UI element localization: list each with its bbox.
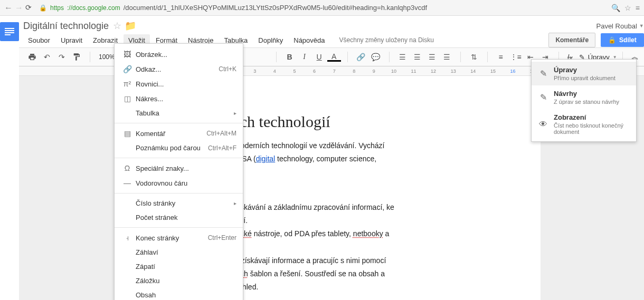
reload-icon[interactable]: ⟳ [25,3,32,13]
lock-icon: 🔒 [39,4,47,12]
insert-equation[interactable]: π²Rovnici... [115,76,243,91]
star-icon[interactable]: ☆ [624,4,631,12]
line-icon: — [121,179,134,187]
insert-menu-dropdown: 🖼Obrázek... 🔗Odkaz...Ctrl+K π²Rovnici...… [114,43,243,300]
insert-link-icon[interactable]: 🔗 [354,50,368,64]
url-bar[interactable]: 🔒 https://docs.google.com/document/d/1_1… [36,4,607,12]
user-name[interactable]: Pavel Roubal [596,22,637,30]
insert-bookmark[interactable]: Záložku [115,274,243,288]
insert-footer[interactable]: Zápatí [115,259,243,274]
line-spacing-icon[interactable]: ⇅ [467,50,481,64]
print-icon[interactable] [25,50,39,64]
insert-table[interactable]: Tabulka▸ [115,106,243,120]
pencil-icon: ✎ [538,66,548,81]
forward-icon[interactable]: → [15,3,23,13]
menu-doplnky[interactable]: Doplňky [253,34,288,46]
folder-icon[interactable]: 📁 [125,20,136,32]
insert-drawing[interactable]: ◫Nákres... [115,91,243,106]
share-button[interactable]: 🔒 Sdílet [601,33,644,47]
back-icon[interactable]: ← [4,3,13,13]
document-title[interactable]: Digitální technologie [23,21,109,32]
eye-icon: 👁 [538,113,548,135]
mode-editing[interactable]: ✎ ÚpravyPřímo upravit dokument [532,62,636,85]
omega-icon: Ω [121,164,134,172]
page-break-icon: ⫞ [121,234,134,242]
bold-icon[interactable]: B [283,50,297,64]
menu-soubor[interactable]: Soubor [23,34,55,46]
bulleted-list-icon[interactable]: ⋮≡ [509,50,523,64]
insert-footnote[interactable]: Poznámku pod čarouCtrl+Alt+F [115,141,243,155]
drawing-icon: ◫ [121,94,134,103]
insert-image[interactable]: 🖼Obrázek... [115,47,243,62]
menu-napoveda[interactable]: Nápověda [289,34,329,46]
comments-button[interactable]: Komentáře [548,33,595,47]
italic-icon[interactable]: I [298,50,311,64]
browser-chrome: ← → ⟳ 🔒 https://docs.google.com/document… [0,0,644,16]
share-label: Sdílet [619,36,637,44]
url-host: ://docs.google.com [67,4,120,12]
insert-comment[interactable]: ▤KomentářCtrl+Alt+M [115,126,243,141]
redo-icon[interactable]: ↷ [55,50,69,64]
mode-viewing[interactable]: 👁 ZobrazeníČíst nebo tisknout konečný do… [532,109,636,139]
underline-icon[interactable]: U [312,50,326,64]
url-path: /document/d/1_1hlUXeSHQYPoMlMLuz13LYttSz… [124,4,427,12]
equation-icon: π² [121,80,134,88]
align-justify-icon[interactable]: ☰ [440,50,454,64]
insert-page-break[interactable]: ⫞Konec stránkyCtrl+Enter [115,230,243,245]
align-center-icon[interactable]: ☰ [411,50,424,64]
insert-horizontal-line[interactable]: —Vodorovnou čáru [115,176,243,190]
mode-suggesting[interactable]: ✎ NávrhyZ úprav se stanou návrhy [532,85,636,109]
search-icon[interactable]: 🔍 [611,4,620,12]
insert-comment-icon[interactable]: 💬 [369,50,383,64]
menu-icon[interactable]: ≡ [636,4,640,12]
numbered-list-icon[interactable]: ≡ [494,50,508,64]
suggest-icon: ✎ [538,90,548,105]
link-icon: 🔗 [121,65,134,73]
insert-toc[interactable]: Obsah [115,288,243,300]
insert-page-count[interactable]: Počet stránek [115,210,243,225]
align-right-icon[interactable]: ☰ [425,50,439,64]
star-doc-icon[interactable]: ☆ [113,20,121,32]
insert-link[interactable]: 🔗Odkaz...Ctrl+K [115,62,243,76]
insert-page-number[interactable]: Číslo stránky▸ [115,196,243,210]
editing-mode-menu: ✎ ÚpravyPřímo upravit dokument ✎ NávrhyZ… [531,59,637,142]
user-dropdown-icon[interactable]: ▼ [639,23,644,28]
align-left-icon[interactable]: ☰ [396,50,410,64]
submenu-arrow-icon: ▸ [230,110,236,116]
paint-format-icon[interactable] [70,50,83,64]
insert-special-chars[interactable]: ΩSpeciální znaky... [115,161,243,176]
insert-header[interactable]: Záhlaví [115,245,243,259]
menu-bar: Soubor Upravit Zobrazit Vložit Formát Ná… [19,33,644,47]
image-icon: 🖼 [121,50,134,59]
submenu-arrow-icon: ▸ [230,200,236,206]
save-status: Všechny změny uloženy na Disku [339,36,434,44]
undo-icon[interactable]: ↶ [40,50,54,64]
lock-share-icon: 🔒 [608,36,616,44]
menu-upravit[interactable]: Upravit [56,34,87,46]
docs-logo[interactable] [0,16,19,300]
comment-icon: ▤ [121,129,134,138]
url-protocol: https [50,4,64,12]
text-color-icon[interactable]: A [327,52,341,62]
